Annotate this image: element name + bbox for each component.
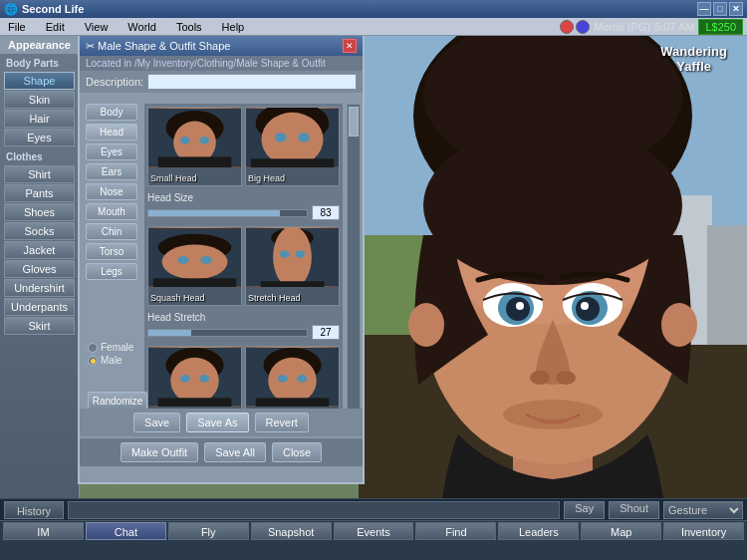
nav-body[interactable]: Body (86, 104, 137, 121)
close-button[interactable]: Close (272, 442, 322, 462)
head-size-value: 83 (312, 205, 340, 220)
appearance-undershirt[interactable]: Undershirt (4, 279, 75, 297)
thumbnail-label-squash-head: Squash Head (150, 293, 205, 303)
titlebar: 🌐 Second Life — □ ✕ (0, 0, 747, 18)
app-icon: 🌐 (4, 3, 18, 16)
thumbnail-label-small-head: Small Head (150, 173, 197, 183)
svg-point-18 (516, 302, 524, 310)
appearance-panel: Appearance Body Parts Shape Skin Hair Ey… (0, 36, 80, 498)
male-radio[interactable] (88, 356, 98, 366)
status-icon-1 (560, 20, 574, 34)
fly-button[interactable]: Fly (168, 522, 249, 540)
menu-file[interactable]: File (4, 20, 30, 34)
appearance-title: Appearance (0, 36, 79, 54)
appearance-shirt[interactable]: Shirt (4, 165, 75, 183)
svg-rect-6 (707, 225, 747, 345)
dialog-outfit-buttons: Make Outfit Save All Close (80, 438, 363, 466)
appearance-underpants[interactable]: Underpants (4, 298, 75, 316)
titlebar-controls: — □ ✕ (697, 2, 743, 16)
appearance-gloves[interactable]: Gloves (4, 260, 75, 278)
female-radio[interactable] (88, 343, 98, 353)
make-outfit-button[interactable]: Make Outfit (121, 442, 198, 462)
titlebar-left: 🌐 Second Life (4, 3, 84, 16)
description-input[interactable] (147, 74, 357, 90)
history-button[interactable]: History (4, 501, 64, 519)
nav-chin[interactable]: Chin (86, 223, 137, 240)
menu-world[interactable]: World (124, 20, 160, 34)
menu-view[interactable]: View (81, 20, 113, 34)
save-button[interactable]: Save (133, 413, 180, 432)
history-input[interactable] (68, 501, 560, 519)
inventory-button[interactable]: Inventory (663, 522, 744, 540)
thumbnail-grid: Small Head Big Head Head (144, 104, 343, 413)
menu-tools[interactable]: Tools (172, 20, 206, 34)
thumbnail-squash-head[interactable]: Squash Head (147, 226, 242, 306)
save-as-button[interactable]: Save As (186, 413, 248, 432)
dialog-close-button[interactable]: ✕ (343, 39, 357, 53)
menu-edit[interactable]: Edit (42, 20, 69, 34)
svg-point-38 (298, 133, 310, 142)
shout-button[interactable]: Shout (609, 501, 659, 519)
dialog-subtitle: Located in /My Inventory/Clothing/Male S… (80, 56, 363, 71)
head-size-track[interactable] (147, 209, 308, 217)
say-button[interactable]: Say (564, 501, 605, 519)
nav-legs[interactable]: Legs (86, 263, 137, 280)
bottom-toolbar: History Say Shout Gesture Wave Bow Dance… (0, 498, 747, 560)
appearance-pants[interactable]: Pants (4, 184, 75, 202)
thumbnail-stretch-head[interactable]: Stretch Head (245, 226, 340, 306)
thumbnail-extra-1[interactable] (147, 346, 242, 413)
appearance-jacket[interactable]: Jacket (4, 241, 75, 259)
status-money: L$250 (698, 19, 743, 35)
close-window-button[interactable]: ✕ (729, 2, 743, 16)
history-bar: History Say Shout Gesture Wave Bow Dance (0, 498, 747, 520)
chat-button[interactable]: Chat (86, 522, 166, 540)
appearance-hair[interactable]: Hair (4, 110, 75, 128)
dialog-desc-label: Description: (86, 76, 143, 88)
appearance-socks[interactable]: Socks (4, 222, 75, 240)
nav-nose[interactable]: Nose (86, 183, 137, 200)
map-button[interactable]: Map (581, 522, 661, 540)
nav-torso[interactable]: Torso (86, 243, 137, 260)
yaffle-label: Yaffle (660, 59, 727, 74)
svg-point-24 (556, 371, 576, 385)
revert-button[interactable]: Revert (255, 413, 309, 432)
save-all-button[interactable]: Save All (204, 442, 266, 462)
events-button[interactable]: Events (334, 522, 414, 540)
nav-mouth[interactable]: Mouth (86, 203, 137, 220)
status-icon-2 (576, 20, 590, 34)
maximize-button[interactable]: □ (713, 2, 727, 16)
scrollbar-thumb[interactable] (349, 107, 359, 137)
thumbnail-small-head[interactable]: Small Head (147, 107, 242, 186)
appearance-shoes[interactable]: Shoes (4, 203, 75, 221)
thumbnail-extra-2[interactable] (245, 346, 340, 413)
svg-point-44 (200, 256, 212, 264)
find-button[interactable]: Find (415, 522, 496, 540)
dialog-title: ✂ Male Shape & Outfit Shape (86, 40, 230, 53)
gesture-select[interactable]: Gesture Wave Bow Dance (663, 501, 743, 519)
minimize-button[interactable]: — (697, 2, 711, 16)
nav-eyes[interactable]: Eyes (86, 143, 137, 160)
snapshot-button[interactable]: Snapshot (251, 522, 332, 540)
appearance-eyes[interactable]: Eyes (4, 129, 75, 146)
head-size-fill (148, 210, 280, 216)
nav-ears[interactable]: Ears (86, 163, 137, 180)
appearance-skirt[interactable]: Skirt (4, 317, 75, 335)
female-radio-row: Female (88, 342, 133, 353)
head-stretch-label: Head Stretch (147, 312, 340, 323)
head-size-container: Head Size 83 (147, 189, 340, 223)
leaders-button[interactable]: Leaders (498, 522, 579, 540)
appearance-skin[interactable]: Skin (4, 91, 75, 109)
svg-rect-51 (261, 281, 325, 287)
im-button[interactable]: IM (3, 522, 84, 540)
head-stretch-track[interactable] (147, 329, 308, 337)
svg-rect-33 (158, 156, 232, 167)
wandering-text: Wandering Yaffle (660, 44, 727, 74)
thumbnail-big-head[interactable]: Big Head (245, 107, 340, 186)
svg-point-14 (423, 126, 682, 285)
dialog-scrollbar[interactable] (347, 104, 361, 413)
main-content: AM 17 (0, 36, 747, 498)
nav-head[interactable]: Head (86, 124, 137, 140)
appearance-shape[interactable]: Shape (4, 72, 75, 90)
menu-help[interactable]: Help (218, 20, 249, 34)
dialog-titlebar: ✂ Male Shape & Outfit Shape ✕ (80, 36, 363, 56)
